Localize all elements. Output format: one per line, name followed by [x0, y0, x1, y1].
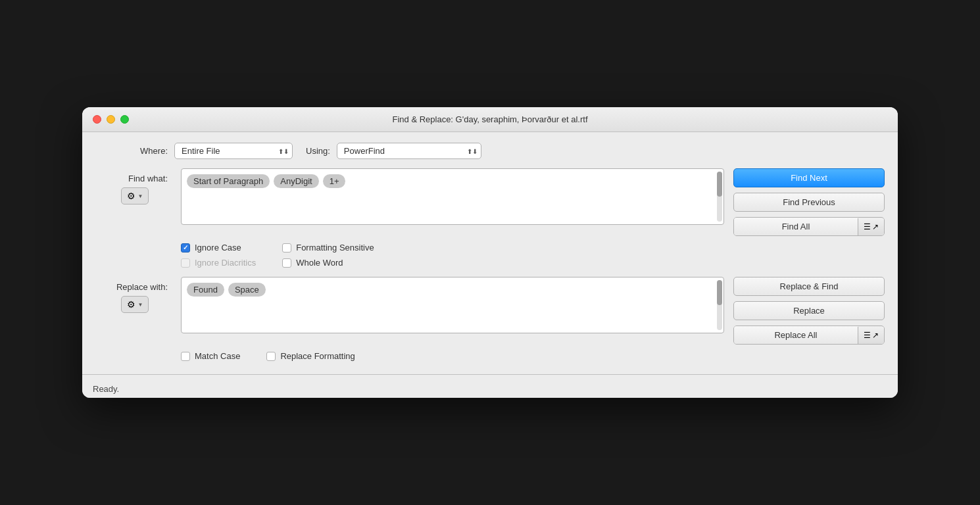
titlebar: Find & Replace: G'day, seraphim, Þorvarð…	[82, 107, 898, 132]
replace-all-icon[interactable]: ☰ ↗	[858, 327, 884, 344]
replace-all-label[interactable]: Replace All	[734, 326, 858, 344]
formatting-sensitive-row: Formatting Sensitive	[282, 243, 374, 252]
find-scrollbar[interactable]	[717, 172, 722, 222]
formatting-sensitive-label: Formatting Sensitive	[296, 243, 374, 252]
find-what-left: Find what: ⚙ ▼	[95, 168, 174, 204]
main-content: Where: Entire File ⬆⬇ Using: PowerFind ⬆…	[82, 132, 898, 368]
find-token-anydigit[interactable]: AnyDigit	[274, 174, 318, 188]
using-select[interactable]: PowerFind	[337, 143, 481, 159]
replace-all-arrow-icon: ↗	[872, 331, 879, 340]
find-checkbox-col-left: Ignore Case Ignore Diacritics	[181, 243, 256, 268]
replace-checkbox-col-left: Match Case	[181, 351, 240, 361]
where-select[interactable]: Entire File	[174, 143, 293, 159]
whole-word-label: Whole Word	[296, 258, 343, 268]
replace-formatting-label: Replace Formatting	[280, 351, 355, 361]
find-all-button-group: Find All ☰ ↗	[733, 217, 885, 236]
find-scrollbar-thumb	[717, 172, 722, 197]
replace-checkbox-col-right: Replace Formatting	[266, 351, 355, 361]
traffic-lights	[93, 115, 129, 124]
find-next-button[interactable]: Find Next	[733, 168, 885, 187]
find-what-label: Find what:	[95, 174, 168, 183]
replace-formatting-checkbox[interactable]	[266, 352, 276, 361]
main-window: Find & Replace: G'day, seraphim, Þorvarð…	[82, 107, 898, 398]
replace-with-left: Replace with: ⚙ ▼	[95, 277, 174, 313]
replace-token-space[interactable]: Space	[228, 283, 266, 297]
ignore-diacritics-label: Ignore Diacritics	[195, 258, 256, 268]
whole-word-row: Whole Word	[282, 258, 374, 268]
ignore-diacritics-checkbox[interactable]	[181, 258, 190, 268]
find-gear-button[interactable]: ⚙ ▼	[121, 187, 149, 204]
using-label: Using:	[306, 146, 330, 156]
ignore-case-checkbox[interactable]	[181, 243, 190, 252]
replace-find-button[interactable]: Replace & Find	[733, 277, 885, 296]
maximize-button[interactable]	[120, 115, 129, 124]
replace-scrollbar-thumb	[717, 280, 722, 305]
replace-all-list-icon: ☰	[864, 331, 871, 340]
find-right-buttons: Find Next Find Previous Find All ☰ ↗	[733, 168, 885, 236]
status-text: Ready.	[93, 384, 119, 394]
replace-button[interactable]: Replace	[733, 301, 885, 320]
close-button[interactable]	[93, 115, 101, 124]
replace-scrollbar[interactable]	[717, 280, 722, 330]
replace-gear-button[interactable]: ⚙ ▼	[121, 296, 149, 313]
minimize-button[interactable]	[107, 115, 115, 124]
where-using-row: Where: Entire File ⬆⬇ Using: PowerFind ⬆…	[95, 143, 885, 159]
replace-checkboxes: Match Case Replace Formatting	[181, 351, 885, 361]
status-bar: Ready.	[82, 380, 898, 398]
window-title: Find & Replace: G'day, seraphim, Þorvarð…	[392, 114, 587, 124]
match-case-row: Match Case	[181, 351, 240, 361]
replace-right-buttons: Replace & Find Replace Replace All ☰ ↗	[733, 277, 885, 345]
find-gear-arrow-icon: ▼	[138, 193, 143, 199]
where-label: Where:	[95, 146, 168, 156]
whole-word-checkbox[interactable]	[282, 258, 291, 268]
find-all-list-icon: ☰	[864, 222, 871, 231]
match-case-checkbox[interactable]	[181, 352, 190, 361]
match-case-label: Match Case	[195, 351, 240, 361]
replace-all-button-group: Replace All ☰ ↗	[733, 325, 885, 345]
replace-with-label: Replace with:	[95, 282, 168, 292]
find-previous-button[interactable]: Find Previous	[733, 193, 885, 212]
ignore-case-row: Ignore Case	[181, 243, 256, 252]
replace-gear-icon: ⚙	[127, 299, 135, 310]
find-token-1plus[interactable]: 1+	[323, 174, 346, 188]
find-what-field[interactable]: Start of Paragraph AnyDigit 1+	[181, 168, 724, 225]
formatting-sensitive-checkbox[interactable]	[282, 243, 291, 252]
replace-gear-arrow-icon: ▼	[138, 302, 143, 308]
replace-with-field[interactable]: Found Space	[181, 277, 724, 333]
replace-token-found[interactable]: Found	[187, 283, 224, 297]
find-checkbox-col-right: Formatting Sensitive Whole Word	[282, 243, 374, 268]
ignore-case-label: Ignore Case	[195, 243, 241, 252]
find-all-icon[interactable]: ☰ ↗	[858, 218, 884, 235]
ignore-diacritics-row: Ignore Diacritics	[181, 258, 256, 268]
find-gear-icon: ⚙	[127, 191, 135, 201]
find-all-arrow-icon: ↗	[872, 222, 879, 231]
find-all-label[interactable]: Find All	[734, 218, 858, 235]
find-token-start-paragraph[interactable]: Start of Paragraph	[187, 174, 270, 188]
status-divider	[82, 374, 898, 375]
where-select-wrapper: Entire File ⬆⬇	[174, 143, 293, 159]
find-checkboxes: Ignore Case Ignore Diacritics Formatting…	[181, 243, 885, 268]
replace-formatting-row: Replace Formatting	[266, 351, 355, 361]
using-select-wrapper: PowerFind ⬆⬇	[337, 143, 481, 159]
